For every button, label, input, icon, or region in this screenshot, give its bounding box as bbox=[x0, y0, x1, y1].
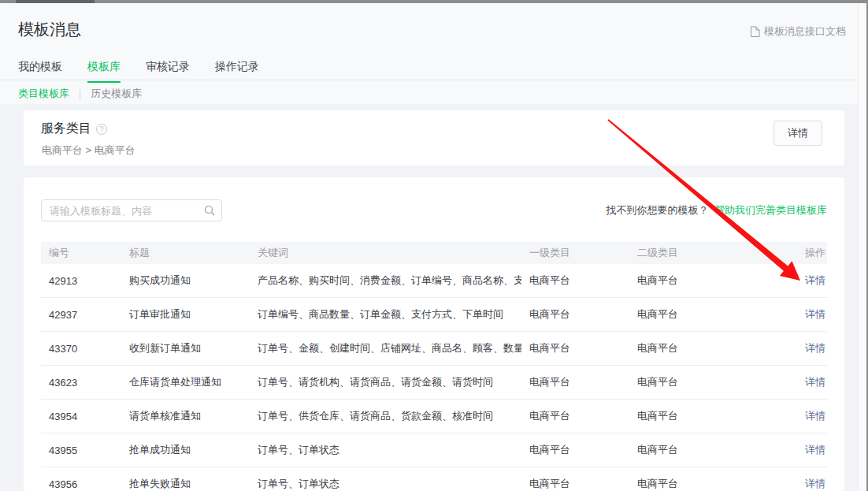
row-detail-link[interactable]: 详情 bbox=[805, 274, 825, 286]
category-breadcrumb: 电商平台 > 电商平台 bbox=[42, 143, 135, 158]
improve-library-link[interactable]: 帮助我们完善类目模板库 bbox=[714, 204, 827, 216]
cell-title: 仓库请货单处理通知 bbox=[121, 366, 250, 400]
cell-keywords: 产品名称、购买时间、消费金额、订单编号、商品名称、支... bbox=[250, 264, 521, 298]
cell-title: 请货单核准通知 bbox=[121, 400, 250, 433]
subtab-divider: | bbox=[79, 88, 81, 99]
col-title: 标题 bbox=[121, 242, 250, 264]
tabs-divider-line bbox=[0, 80, 857, 80]
header-band: 模板消息 模板消息接口文档 我的模板 模板库 审核记录 操作记录 类目模板库 |… bbox=[0, 3, 866, 104]
cell-id: 43370 bbox=[41, 332, 121, 366]
cell-cat2: 电商平台 bbox=[629, 298, 801, 332]
template-library-card: 找不到你想要的模板？ 帮助我们完善类目模板库 编号 标题 关键词 一级类目 二级… bbox=[24, 177, 844, 491]
page-title: 模板消息 bbox=[18, 19, 81, 40]
cell-id: 43956 bbox=[41, 467, 121, 491]
cell-id: 43623 bbox=[41, 366, 121, 400]
table-row: 43623 仓库请货单处理通知 订单号、请货机构、请货商品、请货金额、请货时间 … bbox=[41, 366, 827, 400]
row-detail-link[interactable]: 详情 bbox=[805, 478, 825, 489]
cell-cat2: 电商平台 bbox=[629, 400, 801, 433]
cell-cat2: 电商平台 bbox=[629, 433, 801, 467]
table-row: 43955 抢单成功通知 订单号、订单状态 电商平台 电商平台 详情 bbox=[41, 433, 827, 467]
cell-cat2: 电商平台 bbox=[629, 264, 801, 298]
cell-cat2: 电商平台 bbox=[629, 332, 801, 366]
cell-cat1: 电商平台 bbox=[521, 298, 629, 332]
cell-cat1: 电商平台 bbox=[521, 400, 629, 433]
row-detail-link[interactable]: 详情 bbox=[805, 308, 825, 320]
cell-id: 43954 bbox=[41, 400, 121, 433]
search-box bbox=[41, 199, 222, 221]
cell-id: 42937 bbox=[41, 298, 121, 332]
service-category-card: 服务类目 ? 电商平台 > 电商平台 详情 bbox=[24, 110, 844, 166]
cell-title: 订单审批通知 bbox=[121, 298, 250, 332]
col-cat1: 一级类目 bbox=[521, 242, 629, 264]
cell-title: 收到新订单通知 bbox=[121, 332, 250, 366]
cell-cat1: 电商平台 bbox=[521, 366, 629, 400]
cell-keywords: 订单号、金额、创建时间、店铺网址、商品名、顾客、数量... bbox=[250, 332, 521, 366]
table-row: 42937 订单审批通知 订单编号、商品数量、订单金额、支付方式、下单时间 电商… bbox=[41, 298, 827, 332]
template-message-page: 模板消息 模板消息接口文档 我的模板 模板库 审核记录 操作记录 类目模板库 |… bbox=[0, 0, 868, 491]
subtab-category-library[interactable]: 类目模板库 bbox=[18, 87, 69, 101]
cell-keywords: 订单号、订单状态 bbox=[250, 433, 521, 467]
table-row: 43956 抢单失败通知 订单号、订单状态 电商平台 电商平台 详情 bbox=[41, 467, 827, 491]
scrollbar[interactable] bbox=[858, 3, 866, 491]
cell-cat1: 电商平台 bbox=[521, 433, 629, 467]
table-row: 43954 请货单核准通知 订单号、供货仓库、请货商品、货款金额、核准时间 电商… bbox=[41, 400, 827, 433]
row-detail-link[interactable]: 详情 bbox=[805, 410, 825, 422]
cell-keywords: 订单号、供货仓库、请货商品、货款金额、核准时间 bbox=[250, 400, 521, 433]
api-doc-link-label: 模板消息接口文档 bbox=[764, 24, 846, 39]
template-table: 编号 标题 关键词 一级类目 二级类目 操作 42913 购买成功通知 产品名称… bbox=[41, 242, 827, 491]
cell-title: 购买成功通知 bbox=[121, 264, 250, 298]
col-cat2: 二级类目 bbox=[629, 242, 801, 264]
row-detail-link[interactable]: 详情 bbox=[805, 444, 825, 456]
window-top-edge-segment bbox=[16, 0, 95, 3]
category-detail-button[interactable]: 详情 bbox=[773, 121, 822, 146]
cell-keywords: 订单号、订单状态 bbox=[250, 467, 521, 491]
cell-id: 42913 bbox=[41, 264, 121, 298]
library-help-row: 找不到你想要的模板？ 帮助我们完善类目模板库 bbox=[606, 203, 827, 218]
cell-title: 抢单失败通知 bbox=[121, 467, 250, 491]
cell-title: 抢单成功通知 bbox=[121, 433, 250, 467]
subtab-history-library[interactable]: 历史模板库 bbox=[91, 87, 142, 101]
search-icon bbox=[204, 205, 215, 216]
row-detail-link[interactable]: 详情 bbox=[805, 342, 825, 354]
table-row: 43370 收到新订单通知 订单号、金额、创建时间、店铺网址、商品名、顾客、数量… bbox=[41, 332, 827, 366]
template-table-body: 42913 购买成功通知 产品名称、购买时间、消费金额、订单编号、商品名称、支.… bbox=[41, 264, 827, 491]
cell-id: 43955 bbox=[41, 433, 121, 467]
cell-cat1: 电商平台 bbox=[521, 264, 629, 298]
table-header: 编号 标题 关键词 一级类目 二级类目 操作 bbox=[41, 242, 827, 264]
sub-tabs: 类目模板库 | 历史模板库 bbox=[18, 87, 142, 101]
cell-cat1: 电商平台 bbox=[521, 332, 629, 366]
col-keywords: 关键词 bbox=[250, 242, 521, 264]
table-row: 42913 购买成功通知 产品名称、购买时间、消费金额、订单编号、商品名称、支.… bbox=[41, 264, 827, 298]
question-circle-icon[interactable]: ? bbox=[96, 124, 107, 135]
col-action: 操作 bbox=[801, 242, 827, 264]
cell-keywords: 订单号、请货机构、请货商品、请货金额、请货时间 bbox=[250, 366, 521, 400]
cell-cat2: 电商平台 bbox=[629, 467, 801, 491]
row-detail-link[interactable]: 详情 bbox=[805, 376, 825, 388]
cell-cat1: 电商平台 bbox=[521, 467, 629, 491]
search-input[interactable] bbox=[41, 199, 222, 221]
help-text: 找不到你想要的模板？ bbox=[606, 204, 708, 216]
cell-keywords: 订单编号、商品数量、订单金额、支付方式、下单时间 bbox=[250, 298, 521, 332]
api-doc-link[interactable]: 模板消息接口文档 bbox=[750, 24, 846, 39]
window-top-edge bbox=[0, 0, 868, 3]
service-category-title: 服务类目 bbox=[41, 121, 91, 137]
col-id: 编号 bbox=[41, 242, 121, 264]
cell-cat2: 电商平台 bbox=[629, 366, 801, 400]
document-icon bbox=[750, 26, 760, 38]
